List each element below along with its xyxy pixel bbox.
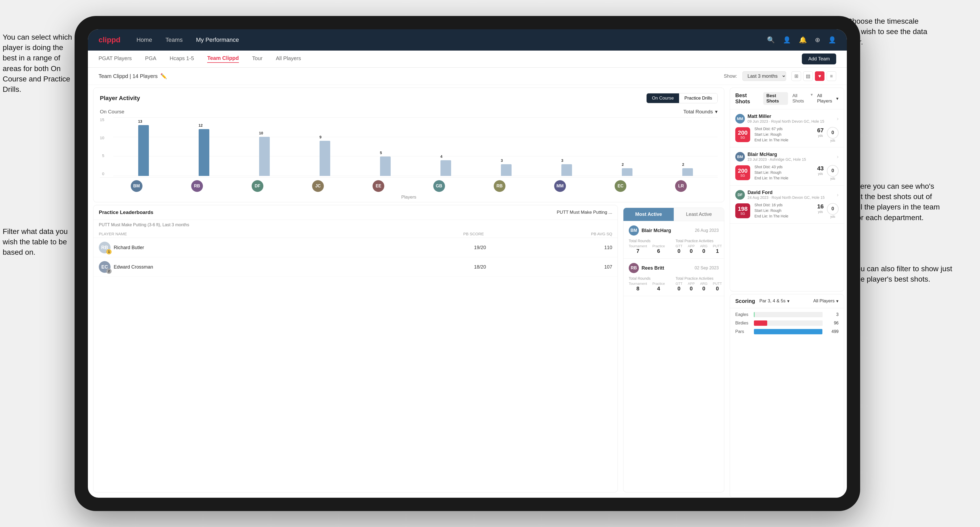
sc-players-label: All Players <box>813 298 835 304</box>
avatar-m-miller[interactable]: MM <box>554 180 566 192</box>
leaderboard-row-2[interactable]: EC 2 Edward Crossman 18/20 107 <box>94 257 617 277</box>
chart-dropdown[interactable]: Total Rounds ▾ <box>683 109 718 115</box>
profile-icon[interactable]: 👤 <box>828 36 836 44</box>
sc-bar-wrap-pars <box>754 329 822 334</box>
avatar-r-butler[interactable]: RB <box>494 180 506 192</box>
active-player-2[interactable]: RB Rees Britt 02 Sep 2023 Total Rounds <box>624 259 724 296</box>
shot-dist-1: Shot Dist: 67 yds <box>754 126 813 132</box>
bar-chart: 15 10 5 0 <box>100 117 718 176</box>
nav-item-performance[interactable]: My Performance <box>196 37 239 43</box>
plus-circle-icon[interactable]: ⊕ <box>815 36 820 44</box>
shot-metric-zero-1: 0 yds <box>827 127 838 142</box>
nav-item-teams[interactable]: Teams <box>165 37 183 43</box>
shot-row-header-3: DF David Ford 24 Aug 2023 · Royal North … <box>735 190 838 200</box>
bar-j-coles: 9 <box>320 141 330 176</box>
sc-par-dropdown[interactable]: Par 3, 4 & 5s ▾ <box>759 298 789 304</box>
practice-label-2: Practice <box>652 282 665 286</box>
shot-details-3: 198 SG Shot Dist: 16 yds Start Lie: Roug… <box>735 202 838 219</box>
bar-group-d-ford: 10 <box>234 117 294 176</box>
subnav-pgat[interactable]: PGAT Players <box>99 56 132 62</box>
shot-player-name-2: Blair McHarg <box>748 152 806 157</box>
lb-avg-1: 110 <box>489 245 612 251</box>
shot-player-meta-2: 23 Jul 2023 · Ashridge GC, Hole 15 <box>748 157 806 162</box>
heart-view-btn[interactable]: ♥ <box>815 71 824 81</box>
subnav-team-clippd[interactable]: Team Clippd <box>207 55 239 63</box>
subnav-all-players[interactable]: All Players <box>276 56 301 62</box>
practice-drills-toggle[interactable]: Practice Drills <box>679 94 718 103</box>
sc-bar-row-birdies: Birdies 96 <box>735 321 838 326</box>
shot-start-lie-1: Start Lie: Rough <box>754 132 813 137</box>
avatar-r-britt[interactable]: RB <box>191 180 203 192</box>
bs-tab-all[interactable]: All Shots <box>789 92 810 105</box>
team-name: Team Clippd | 14 Players ✏️ <box>99 73 167 79</box>
shot-score-num-1: 200 <box>738 130 748 136</box>
left-panel: Player Activity On Course Practice Drill… <box>88 85 730 498</box>
arg-col-2: ARG 0 <box>700 282 708 292</box>
user-icon[interactable]: 👤 <box>783 36 791 44</box>
y-label-10: 10 <box>100 135 104 140</box>
putt-val-1: 1 <box>716 248 719 254</box>
sc-header: Scoring Par 3, 4 & 5s ▾ All Players ▾ <box>730 294 844 308</box>
subnav-tour[interactable]: Tour <box>252 56 262 62</box>
practice-col-1: Practice 6 <box>652 244 665 254</box>
add-team-button[interactable]: Add Team <box>802 54 836 64</box>
annotation-1: You can select which player is doing the… <box>3 32 77 94</box>
edit-icon[interactable]: ✏️ <box>160 73 167 79</box>
app-label-2: APP <box>688 282 695 286</box>
shot-player-info-3: DF David Ford 24 Aug 2023 · Royal North … <box>735 190 825 200</box>
apc-name-1: Blair McHarg <box>641 228 671 233</box>
practice-acts-row-2: GTT 0 APP 0 ARG <box>676 282 722 292</box>
avatar-b-mcharg[interactable]: BM <box>131 180 142 192</box>
shot-yds-val-2: 43 <box>817 165 824 172</box>
avatar-l-robertson[interactable]: LR <box>675 180 687 192</box>
leaderboard-row-1[interactable]: RB 1 Richard Butler 19/20 110 <box>94 238 617 257</box>
rounds-label-1: Total Rounds <box>629 239 665 243</box>
main-content: Player Activity On Course Practice Drill… <box>88 85 847 498</box>
practice-val-1: 6 <box>657 248 660 254</box>
y-label-5: 5 <box>102 153 104 158</box>
tab-most-active[interactable]: Most Active <box>624 208 674 221</box>
avatar-j-coles[interactable]: JC <box>312 180 324 192</box>
gtt-label-2: GTT <box>676 282 682 286</box>
active-player-1[interactable]: BM Blair McHarg 26 Aug 2023 Total Rounds <box>624 221 724 259</box>
bs-players-chevron-icon: ▾ <box>836 96 838 102</box>
leaderboard-dropdown[interactable]: PUTT Must Make Putting ... <box>557 210 612 215</box>
search-icon[interactable]: 🔍 <box>767 36 775 44</box>
sc-bar-wrap-birdies <box>754 321 822 326</box>
bs-players-dropdown[interactable]: All Players ▾ <box>817 93 838 104</box>
right-panel: Best Shots Best Shots All Shots ▾ All Pl… <box>730 85 847 498</box>
sc-players-dropdown[interactable]: All Players ▾ <box>813 298 838 304</box>
tournament-label-2: Tournament <box>629 282 647 286</box>
lb-pb-2: 18/20 <box>363 264 486 270</box>
shot-score-num-2: 200 <box>738 168 748 174</box>
lb-name-1: Richard Butler <box>114 245 360 251</box>
avatar-e-crossman[interactable]: EC <box>615 180 626 192</box>
nav-item-home[interactable]: Home <box>136 37 152 43</box>
y-label-15: 15 <box>100 117 104 122</box>
avatar-g-billingham[interactable]: GB <box>433 180 445 192</box>
rounds-label-2: Total Rounds <box>629 276 665 281</box>
subnav-hcaps[interactable]: Hcaps 1-5 <box>170 56 194 62</box>
subnav-pga[interactable]: PGA <box>145 56 156 62</box>
bs-players-label: All Players <box>817 93 835 104</box>
player-avatars-row: BM RB DF JC EE GB RB MM EC LR <box>100 177 718 195</box>
shot-row-3[interactable]: DF David Ford 24 Aug 2023 · Royal North … <box>730 186 844 224</box>
shot-row-2[interactable]: BM Blair McHarg 23 Jul 2023 · Ashridge G… <box>730 148 844 186</box>
bar-group-r-butler: 3 <box>476 117 536 176</box>
avatar-e-ebert[interactable]: EE <box>372 180 384 192</box>
avatar-d-ford[interactable]: DF <box>252 180 263 192</box>
bs-tab-best[interactable]: Best Shots <box>763 92 788 105</box>
shot-end-lie-3: End Lie: In The Hole <box>754 213 813 219</box>
shot-row-1[interactable]: MM Matt Miller 09 Jun 2023 · Royal North… <box>730 110 844 148</box>
rounds-row-1: Tournament 7 Practice 6 <box>629 244 665 254</box>
on-course-toggle[interactable]: On Course <box>647 94 679 103</box>
time-select[interactable]: Last 3 months Last 6 months Last year <box>743 71 786 81</box>
list-view-btn[interactable]: ▤ <box>803 71 813 81</box>
menu-view-btn[interactable]: ≡ <box>827 71 836 81</box>
tab-least-active[interactable]: Least Active <box>674 208 724 221</box>
arg-val-2: 0 <box>702 286 705 292</box>
grid-view-btn[interactable]: ⊞ <box>791 71 801 81</box>
bell-icon[interactable]: 🔔 <box>799 36 807 44</box>
team-name-text: Team Clippd | 14 Players <box>99 73 158 79</box>
best-shots-card: Best Shots Best Shots All Shots ▾ All Pl… <box>730 87 844 291</box>
